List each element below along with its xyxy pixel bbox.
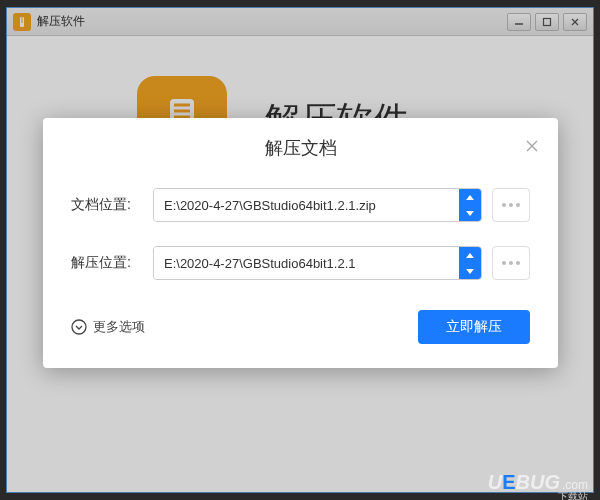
svg-point-17 bbox=[72, 320, 86, 334]
dialog-close-button[interactable] bbox=[522, 136, 542, 156]
chevron-down-circle-icon bbox=[71, 319, 87, 335]
dest-location-label: 解压位置: bbox=[71, 254, 143, 272]
extract-button[interactable]: 立即解压 bbox=[418, 310, 530, 344]
dest-location-spinner[interactable] bbox=[459, 247, 481, 279]
dest-location-row: 解压位置: bbox=[43, 246, 558, 280]
dialog-header: 解压文档 bbox=[43, 136, 558, 160]
extract-dialog: 解压文档 文档位置: 解压位置: 更多选项 bbox=[43, 118, 558, 368]
dialog-title: 解压文档 bbox=[43, 136, 558, 160]
file-location-label: 文档位置: bbox=[71, 196, 143, 214]
file-browse-button[interactable] bbox=[492, 188, 530, 222]
chevron-up-icon bbox=[459, 247, 481, 263]
dialog-footer: 更多选项 立即解压 bbox=[43, 310, 558, 344]
file-location-spinner[interactable] bbox=[459, 189, 481, 221]
chevron-down-icon bbox=[459, 205, 481, 221]
dest-browse-button[interactable] bbox=[492, 246, 530, 280]
file-location-combo bbox=[153, 188, 482, 222]
chevron-up-icon bbox=[459, 189, 481, 205]
file-location-input[interactable] bbox=[154, 189, 459, 221]
watermark: UEBUG.com 下载站 bbox=[488, 471, 588, 494]
file-location-row: 文档位置: bbox=[43, 188, 558, 222]
dest-location-combo bbox=[153, 246, 482, 280]
more-options-toggle[interactable]: 更多选项 bbox=[71, 318, 145, 336]
dest-location-input[interactable] bbox=[154, 247, 459, 279]
more-options-label: 更多选项 bbox=[93, 318, 145, 336]
chevron-down-icon bbox=[459, 263, 481, 279]
